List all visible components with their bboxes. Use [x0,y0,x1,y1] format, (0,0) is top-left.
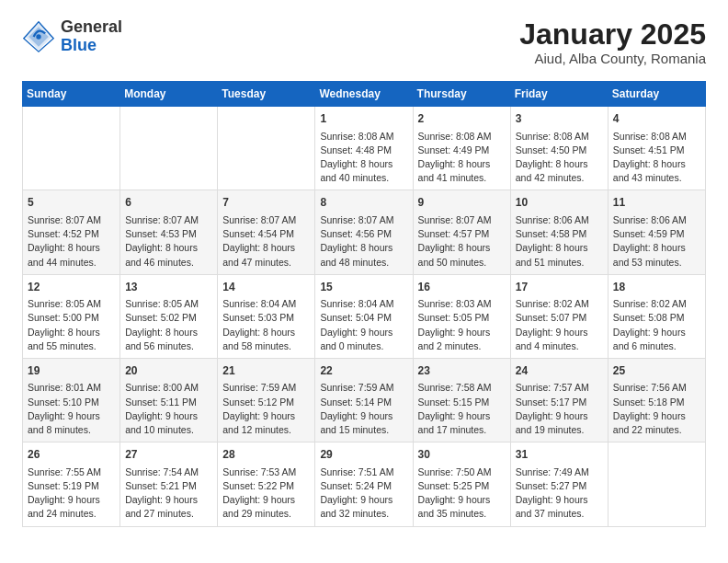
day-info-line: Daylight: 9 hours [222,494,295,505]
day-info-line: Sunrise: 8:06 AM [516,214,589,225]
calendar-cell: 25Sunrise: 7:56 AMSunset: 5:18 PMDayligh… [608,358,705,442]
day-info-line: Sunrise: 7:59 AM [320,382,393,393]
calendar-header-row: SundayMondayTuesdayWednesdayThursdayFrid… [23,82,706,107]
day-info-line: Daylight: 8 hours [418,242,491,253]
day-info-line: and 2 minutes. [418,340,482,351]
day-info-line: Daylight: 9 hours [125,410,198,421]
day-number: 31 [516,447,603,463]
day-info-line: Sunrise: 8:07 AM [418,214,492,225]
day-number: 3 [516,111,603,127]
day-info-line: Sunrise: 7:54 AM [125,466,199,477]
calendar-cell: 8Sunrise: 8:07 AMSunset: 4:56 PMDaylight… [315,190,413,274]
day-number: 21 [222,363,310,379]
day-info-line: Sunset: 5:03 PM [222,312,294,323]
day-info-line: Sunrise: 8:05 AM [125,298,199,309]
day-info-line: Daylight: 8 hours [516,158,588,169]
title-block: January 2025 Aiud, Alba County, Romania [519,18,706,66]
day-info-line: Sunrise: 7:57 AM [516,382,589,393]
logo-blue: Blue [61,37,122,55]
day-number: 11 [613,195,700,211]
day-info-line: Daylight: 8 hours [125,242,198,253]
day-info-line: and 17 minutes. [418,424,487,435]
calendar-cell: 16Sunrise: 8:03 AMSunset: 5:05 PMDayligh… [413,274,510,358]
day-info-line: Sunset: 4:52 PM [28,228,99,239]
day-number: 20 [125,363,212,379]
calendar-header-friday: Friday [510,82,608,107]
calendar-cell: 24Sunrise: 7:57 AMSunset: 5:17 PMDayligh… [510,358,608,442]
day-info-line: Sunrise: 8:04 AM [320,298,393,309]
day-info-line: Sunset: 4:58 PM [516,228,587,239]
calendar-cell: 30Sunrise: 7:50 AMSunset: 5:25 PMDayligh… [413,442,510,526]
calendar-cell: 6Sunrise: 8:07 AMSunset: 4:53 PMDaylight… [120,190,218,274]
calendar-header-saturday: Saturday [608,82,705,107]
day-info-line: Sunrise: 8:07 AM [28,214,101,225]
calendar-cell: 13Sunrise: 8:05 AMSunset: 5:02 PMDayligh… [120,274,218,358]
day-info-line: Daylight: 8 hours [125,327,198,338]
day-info-line: and 10 minutes. [125,424,194,435]
day-info-line: Sunrise: 7:59 AM [222,382,296,393]
day-number: 12 [28,280,115,295]
day-info-line: Sunrise: 7:56 AM [613,382,687,393]
calendar-cell: 28Sunrise: 7:53 AMSunset: 5:22 PMDayligh… [218,442,315,526]
day-info-line: Sunset: 5:14 PM [320,396,392,408]
calendar-header-wednesday: Wednesday [315,82,413,107]
day-info-line: Daylight: 9 hours [418,494,491,505]
day-info-line: Daylight: 9 hours [28,494,100,505]
day-info-line: Daylight: 8 hours [320,242,392,253]
day-info-line: Sunrise: 8:08 AM [320,131,393,142]
day-info-line: Sunrise: 8:07 AM [222,214,296,225]
svg-point-3 [36,34,40,39]
day-info-line: Sunrise: 7:55 AM [28,466,101,477]
logo: General Blue [22,18,122,55]
day-info-line: Daylight: 9 hours [613,327,686,338]
day-info-line: Sunset: 4:49 PM [418,144,490,155]
day-number: 29 [320,447,407,463]
day-info-line: and 40 minutes. [320,172,389,183]
calendar-cell: 20Sunrise: 8:00 AMSunset: 5:11 PMDayligh… [120,358,218,442]
day-info-line: Sunrise: 7:49 AM [516,466,589,477]
logo-text: General Blue [61,18,122,55]
calendar-cell: 4Sunrise: 8:08 AMSunset: 4:51 PMDaylight… [608,107,705,190]
day-info-line: Sunrise: 8:07 AM [125,214,199,225]
day-info-line: Daylight: 9 hours [125,494,198,505]
calendar-cell: 12Sunrise: 8:05 AMSunset: 5:00 PMDayligh… [23,274,120,358]
calendar-header-monday: Monday [120,82,218,107]
day-number: 22 [320,363,407,379]
day-info-line: Sunrise: 8:07 AM [320,214,393,225]
day-info-line: Sunrise: 8:01 AM [28,382,101,393]
calendar-header-tuesday: Tuesday [218,82,315,107]
day-info-line: Daylight: 8 hours [222,242,295,253]
calendar-table: SundayMondayTuesdayWednesdayThursdayFrid… [22,81,706,526]
day-number: 26 [28,447,115,463]
day-info-line: Daylight: 9 hours [320,327,392,338]
day-number: 30 [418,447,506,463]
day-info-line: and 0 minutes. [320,340,383,351]
calendar-cell: 27Sunrise: 7:54 AMSunset: 5:21 PMDayligh… [120,442,218,526]
day-number: 19 [28,363,115,379]
day-info-line: Sunset: 5:11 PM [125,396,197,408]
calendar-cell: 7Sunrise: 8:07 AMSunset: 4:54 PMDaylight… [218,190,315,274]
calendar-page: General Blue January 2025 Aiud, Alba Cou… [0,0,728,546]
calendar-cell: 2Sunrise: 8:08 AMSunset: 4:49 PMDaylight… [413,107,510,190]
calendar-header-thursday: Thursday [413,82,510,107]
day-info-line: Sunrise: 8:05 AM [28,298,101,309]
day-info-line: Daylight: 9 hours [418,410,491,421]
logo-general: General [61,18,122,37]
day-info-line: Sunset: 5:15 PM [418,396,490,408]
day-info-line: Sunrise: 8:08 AM [418,131,492,142]
header: General Blue January 2025 Aiud, Alba Cou… [22,18,706,66]
day-number: 13 [125,280,212,295]
calendar-week-2: 12Sunrise: 8:05 AMSunset: 5:00 PMDayligh… [23,274,706,358]
calendar-cell: 22Sunrise: 7:59 AMSunset: 5:14 PMDayligh… [315,358,413,442]
calendar-cell: 26Sunrise: 7:55 AMSunset: 5:19 PMDayligh… [23,442,120,526]
day-number: 18 [613,280,700,295]
day-info-line: and 19 minutes. [516,424,585,435]
day-info-line: Daylight: 8 hours [613,242,686,253]
day-info-line: Sunrise: 8:08 AM [516,131,589,142]
day-info-line: Sunrise: 7:58 AM [418,382,492,393]
calendar-cell: 15Sunrise: 8:04 AMSunset: 5:04 PMDayligh… [315,274,413,358]
calendar-cell: 17Sunrise: 8:02 AMSunset: 5:07 PMDayligh… [510,274,608,358]
day-info-line: and 44 minutes. [28,257,97,268]
day-info-line: and 35 minutes. [418,508,487,519]
day-info-line: and 12 minutes. [222,424,291,435]
